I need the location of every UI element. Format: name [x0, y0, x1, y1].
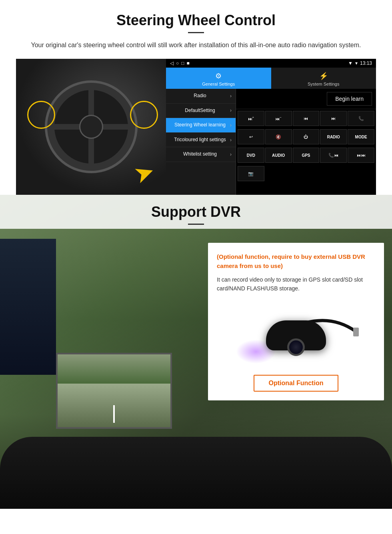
dvr-road-preview [56, 353, 172, 429]
begin-learn-row: Begin learn [236, 89, 376, 109]
steering-controls-panel: Begin learn ⏭+ ⏮− ⏮ [236, 89, 376, 195]
menu-item-radio[interactable]: Radio › [166, 89, 236, 104]
dvr-preview-inner [58, 354, 170, 427]
tab-general-label: General Settings [202, 82, 235, 86]
dvr-dashboard-interior [0, 437, 392, 509]
audio-label: AUDIO [272, 153, 285, 158]
chevron-right-icon: › [230, 152, 232, 157]
vol-up-icon: ⏭+ [248, 116, 254, 121]
menu-radio-label: Radio [170, 93, 230, 99]
tab-system-label: System Settings [308, 82, 339, 86]
steering-section: Steering Wheel Control Your original car… [0, 0, 392, 195]
ctrl-radio[interactable]: RADIO [320, 129, 347, 144]
mute-icon: 🔇 [276, 134, 281, 140]
dvr-section: Support DVR (Optional function, require … [0, 195, 392, 509]
dvr-description: It can record video only to storage in G… [217, 275, 375, 293]
tab-system-settings[interactable]: ⚡ System Settings [271, 68, 376, 89]
dvr-title: Support DVR [0, 204, 392, 220]
wheel-simulation: ➤ [16, 59, 166, 195]
steering-wheel-image: ➤ [16, 59, 166, 195]
ctrl-mode[interactable]: MODE [348, 129, 374, 144]
ctrl-fast-fwd[interactable]: ⏭⏭ [348, 148, 374, 163]
settings-tab-row: ⚙ General Settings ⚡ System Settings [166, 68, 376, 89]
control-grid-row4: 📷 [236, 164, 376, 183]
android-ui-panel: ◁ ○ □ ■ ▼ ▾ 13:13 ⚙ General Settings ⚡ S… [166, 59, 376, 195]
ctrl-power[interactable]: ⏻ [293, 129, 320, 144]
menu-controls-area: Radio › DefaultSetting › Steering Wheel … [166, 89, 376, 195]
arrow-indicator: ➤ [130, 156, 158, 190]
control-grid-row2: ↩ 🔇 ⏻ RADIO MODE [236, 128, 376, 146]
dvr-road-surface [58, 384, 170, 427]
menu-default-label: DefaultSetting [170, 108, 230, 114]
circle-highlight-left [27, 101, 55, 129]
menu-item-whitelist[interactable]: Whitelist setting › [166, 147, 236, 162]
tab-general-settings[interactable]: ⚙ General Settings [166, 68, 271, 89]
android-statusbar: ◁ ○ □ ■ ▼ ▾ 13:13 [166, 59, 376, 68]
circle-highlight-right [130, 101, 158, 129]
nav-home-icon: ○ [176, 60, 179, 66]
control-grid-row3: DVD AUDIO GPS 📞⏮ ⏭⏭ [236, 146, 376, 164]
camera-icon: 📷 [248, 171, 254, 176]
nav-back-icon: ◁ [170, 60, 174, 66]
ctrl-phone[interactable]: 📞 [348, 111, 374, 126]
steering-title: Steering Wheel Control [16, 12, 376, 29]
menu-whitelist-label: Whitelist setting [170, 151, 230, 158]
settings-menu-list: Radio › DefaultSetting › Steering Wheel … [166, 89, 236, 195]
ctrl-next-track[interactable]: ⏭ [320, 111, 347, 126]
dvr-title-block: Support DVR [0, 195, 392, 229]
hangup-icon: ↩ [249, 134, 253, 140]
status-time: 13:13 [360, 60, 372, 66]
usb-connector [353, 328, 359, 336]
radio-label: RADIO [327, 135, 340, 139]
next-track-icon: ⏭ [331, 116, 336, 121]
dvr-camera-body [266, 320, 326, 350]
ctrl-vol-down[interactable]: ⏮− [265, 111, 292, 126]
phone-icon: 📞 [358, 116, 364, 121]
steering-subtitle: Your original car's steering wheel contr… [16, 40, 376, 50]
ctrl-gps[interactable]: GPS [293, 148, 320, 163]
optional-button-container: Optional Function [217, 375, 375, 392]
chevron-right-icon: › [230, 137, 232, 143]
menu-item-default[interactable]: DefaultSetting › [166, 104, 236, 118]
begin-learn-button[interactable]: Begin learn [327, 92, 372, 106]
prev-track-icon: ⏮ [304, 116, 308, 121]
chevron-right-icon: › [230, 108, 232, 113]
ctrl-vol-up[interactable]: ⏭+ [238, 111, 264, 126]
title-divider [188, 32, 204, 33]
ctrl-hang-up[interactable]: ↩ [238, 129, 264, 144]
ctrl-prev-track[interactable]: ⏮ [293, 111, 320, 126]
gps-label: GPS [302, 153, 310, 158]
dvr-title-divider [188, 224, 204, 225]
fast-fwd-icon: ⏭⏭ [357, 153, 366, 158]
menu-tricoloured-label: Tricoloured light settings [170, 137, 230, 143]
vol-down-icon: ⏮− [275, 116, 282, 121]
optional-function-button[interactable]: Optional Function [254, 375, 339, 392]
phone-prev-icon: 📞⏮ [328, 153, 338, 158]
nav-menu-icon: ■ [187, 60, 190, 66]
menu-steering-label: Steering Wheel learning [170, 122, 230, 128]
menu-item-steering-wheel[interactable]: Steering Wheel learning › [166, 118, 236, 133]
ctrl-audio[interactable]: AUDIO [265, 148, 292, 163]
ctrl-mute[interactable]: 🔇 [265, 129, 292, 144]
wheel-outer-ring [47, 83, 135, 171]
ctrl-phone-prev[interactable]: 📞⏮ [320, 148, 347, 163]
steering-content-area: ➤ ◁ ○ □ ■ ▼ ▾ 13:13 ⚙ General Settings [16, 59, 376, 195]
chevron-right-icon: › [230, 93, 232, 99]
ctrl-camera[interactable]: 📷 [238, 166, 264, 181]
mode-label: MODE [355, 135, 367, 139]
chevron-right-active-icon: › [230, 122, 232, 128]
ctrl-dvd[interactable]: DVD [238, 148, 264, 163]
dvr-car-left-view [0, 239, 56, 375]
status-wifi-icon: ▾ [355, 60, 358, 66]
dvr-info-box: (Optional function, require to buy exter… [208, 243, 384, 400]
dvd-label: DVD [247, 153, 255, 158]
dvr-optional-notice: (Optional function, require to buy exter… [217, 252, 375, 270]
control-grid-row1: ⏭+ ⏮− ⏮ ⏭ 📞 [236, 109, 376, 128]
dvr-road-line [113, 405, 115, 423]
dvr-camera-image [217, 300, 375, 372]
status-signal-icon: ▼ [348, 60, 353, 66]
gear-icon: ⚙ [215, 72, 222, 80]
menu-item-tricoloured[interactable]: Tricoloured light settings › [166, 133, 236, 148]
dvr-camera-lens [287, 338, 305, 356]
system-icon: ⚡ [319, 72, 328, 80]
